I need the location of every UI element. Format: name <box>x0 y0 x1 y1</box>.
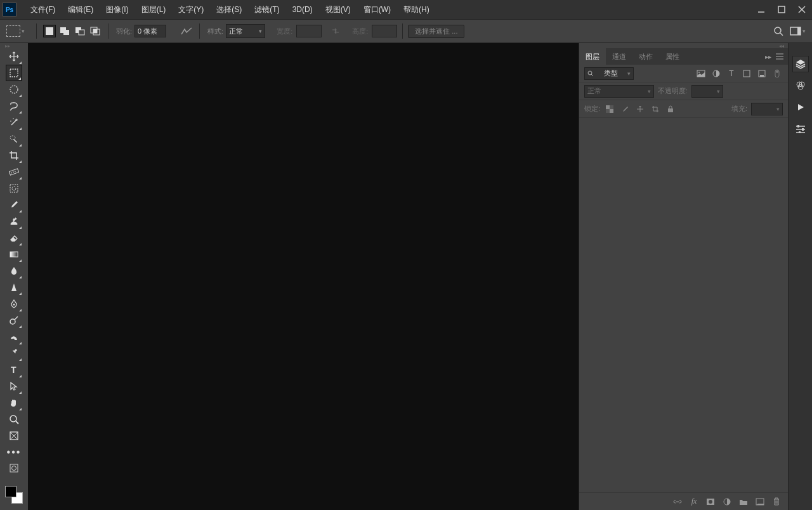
smudge-tool[interactable] <box>6 329 22 345</box>
tool-preset-dropdown-icon[interactable]: ▾ <box>22 28 25 34</box>
tab-properties[interactable]: 属性 <box>659 48 686 65</box>
style-select[interactable]: 正常▾ <box>226 24 265 38</box>
toolbar-grip[interactable]: ▸▸ <box>0 43 28 48</box>
canvas-area[interactable] <box>28 43 579 510</box>
opacity-label: 不透明度: <box>658 86 688 96</box>
lock-position-icon <box>634 103 646 115</box>
ruler-tool[interactable] <box>6 164 22 180</box>
menu-select[interactable]: 选择(S) <box>210 4 248 15</box>
pen-tool[interactable] <box>6 296 22 312</box>
subtract-selection-icon[interactable] <box>74 25 86 37</box>
panel-collapse-icon[interactable]: ▸▸ <box>765 53 771 60</box>
filter-type-select[interactable]: 类型▾ <box>584 67 634 80</box>
workspace-switcher-icon[interactable]: ▾ <box>790 27 806 36</box>
menu-view[interactable]: 视图(V) <box>319 4 357 15</box>
intersect-selection-icon[interactable] <box>89 25 102 37</box>
menu-filter[interactable]: 滤镜(T) <box>248 4 285 15</box>
lock-transparency-icon <box>604 103 615 115</box>
panel-menu-icon[interactable] <box>775 53 784 60</box>
sharpen-tool[interactable] <box>6 279 22 296</box>
actions-panel-icon[interactable] <box>792 99 809 115</box>
edit-toolbar-button[interactable]: ••• <box>6 444 22 461</box>
color-swatches[interactable] <box>5 486 23 504</box>
delete-layer-icon[interactable] <box>771 497 782 507</box>
new-layer-icon[interactable] <box>755 497 765 507</box>
eyedropper-tool[interactable] <box>6 345 22 362</box>
main-area: ▸▸ T ••• ◂◂ 图层 <box>0 43 812 510</box>
foreground-color-swatch[interactable] <box>5 486 16 497</box>
menu-image[interactable]: 图像(I) <box>100 4 134 15</box>
panel-tabs: 图层 通道 动作 属性 ▸▸ <box>579 48 788 65</box>
feather-input[interactable] <box>134 25 166 37</box>
add-selection-icon[interactable] <box>58 25 71 37</box>
menu-type[interactable]: 文字(Y) <box>172 4 210 15</box>
move-tool[interactable] <box>6 48 22 65</box>
layer-mask-icon[interactable] <box>705 497 716 507</box>
svg-rect-11 <box>93 29 97 33</box>
lock-label: 锁定: <box>584 104 600 114</box>
svg-line-23 <box>11 172 12 173</box>
right-sidebar <box>788 43 812 510</box>
frame-tool[interactable] <box>6 180 22 197</box>
quick-selection-tool[interactable] <box>6 131 22 147</box>
tab-channels[interactable]: 通道 <box>606 48 632 65</box>
svg-rect-4 <box>46 27 53 35</box>
tab-actions[interactable]: 动作 <box>632 48 659 65</box>
blend-opacity-row: 正常▾ 不透明度: ▾ <box>579 82 788 100</box>
svg-rect-38 <box>10 464 18 472</box>
panel-grip[interactable]: ◂◂ <box>579 43 788 48</box>
filter-image-icon[interactable] <box>695 68 707 79</box>
adjustment-layer-icon[interactable] <box>722 497 732 507</box>
rectangular-marquee-tool[interactable] <box>6 65 22 81</box>
layers-list[interactable] <box>579 118 788 492</box>
maximize-button[interactable] <box>771 0 792 19</box>
menu-help[interactable]: 帮助(H) <box>397 4 436 15</box>
lasso-tool[interactable] <box>6 98 22 114</box>
filter-toggle-icon[interactable] <box>771 68 783 79</box>
properties-panel-icon[interactable] <box>792 121 809 137</box>
new-selection-icon[interactable] <box>43 25 56 37</box>
new-group-icon[interactable] <box>738 497 749 507</box>
menu-edit[interactable]: 编辑(E) <box>62 4 100 15</box>
blur-tool[interactable] <box>6 263 22 279</box>
eraser-tool[interactable] <box>6 230 22 246</box>
current-tool-icon[interactable] <box>6 25 20 37</box>
zoom-tool[interactable] <box>6 411 22 428</box>
gradient-tool[interactable] <box>6 246 22 263</box>
dodge-tool[interactable] <box>6 312 22 329</box>
magic-wand-tool[interactable] <box>6 114 22 131</box>
svg-rect-16 <box>10 69 18 77</box>
layer-style-icon[interactable]: fx <box>689 497 699 507</box>
path-selection-tool[interactable] <box>6 378 22 395</box>
layers-panel-icon[interactable] <box>792 56 809 72</box>
crop-tool[interactable] <box>6 147 22 164</box>
svg-rect-22 <box>9 169 18 175</box>
link-layers-icon[interactable] <box>672 497 683 507</box>
filter-smart-icon[interactable] <box>756 68 768 79</box>
minimize-button[interactable] <box>751 0 771 19</box>
menu-3d[interactable]: 3D(D) <box>286 5 319 14</box>
menubar: Ps 文件(F) 编辑(E) 图像(I) 图层(L) 文字(Y) 选择(S) 滤… <box>0 0 812 19</box>
layers-footer: fx <box>579 492 788 510</box>
artboard-tool[interactable] <box>6 428 22 444</box>
menu-file[interactable]: 文件(F) <box>24 4 62 15</box>
filter-text-icon[interactable]: T <box>726 68 737 79</box>
menu-layer[interactable]: 图层(L) <box>135 4 173 15</box>
brush-tool[interactable] <box>6 197 22 213</box>
filter-shape-icon[interactable] <box>741 68 752 79</box>
search-icon[interactable] <box>773 26 783 36</box>
lock-all-icon <box>665 103 676 115</box>
elliptical-marquee-tool[interactable] <box>6 81 22 98</box>
antialias-icon[interactable] <box>180 25 193 37</box>
text-tool[interactable]: T <box>6 362 22 378</box>
channels-panel-icon[interactable] <box>792 77 809 94</box>
fill-input: ▾ <box>751 103 783 115</box>
clone-stamp-tool[interactable] <box>6 213 22 230</box>
filter-adjust-icon[interactable] <box>710 68 722 79</box>
menu-window[interactable]: 窗口(W) <box>357 4 397 15</box>
hand-tool[interactable] <box>6 395 22 411</box>
quickmask-icon[interactable] <box>9 463 19 473</box>
select-and-mask-button[interactable]: 选择并遮住 ... <box>408 25 464 38</box>
tab-layers[interactable]: 图层 <box>579 48 606 65</box>
close-button[interactable] <box>792 0 812 19</box>
